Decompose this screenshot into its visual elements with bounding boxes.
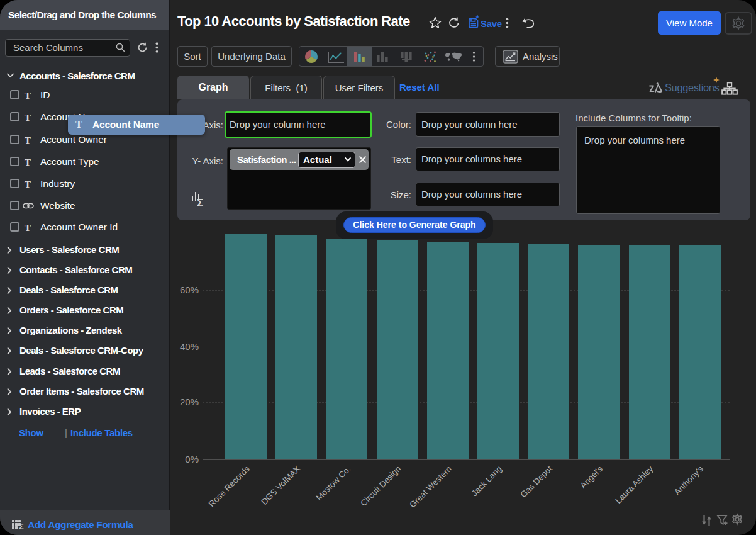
svg-text:Σ: Σ [19,522,24,531]
svg-text:Σ: Σ [197,197,203,209]
svg-text:*: * [476,13,480,23]
